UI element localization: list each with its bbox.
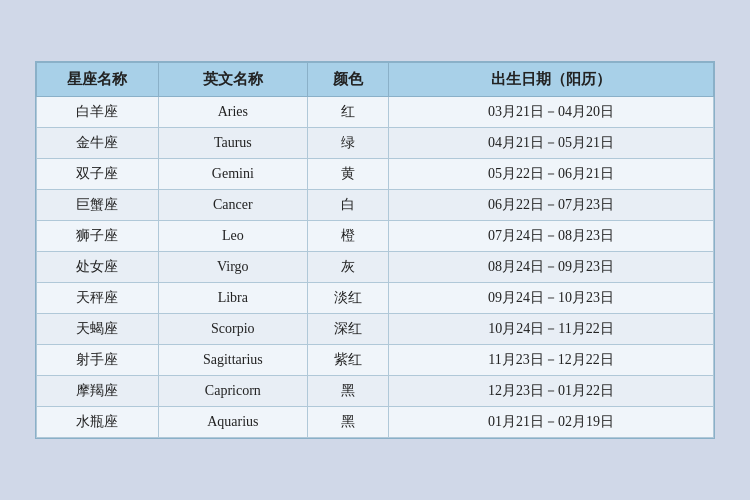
cell-color: 黄	[307, 159, 388, 190]
cell-date: 08月24日－09月23日	[389, 252, 714, 283]
cell-date: 05月22日－06月21日	[389, 159, 714, 190]
cell-chinese: 天蝎座	[37, 314, 159, 345]
table-row: 摩羯座Capricorn黑12月23日－01月22日	[37, 376, 714, 407]
table-row: 双子座Gemini黄05月22日－06月21日	[37, 159, 714, 190]
zodiac-table: 星座名称 英文名称 颜色 出生日期（阳历） 白羊座Aries红03月21日－04…	[36, 62, 714, 438]
cell-date: 07月24日－08月23日	[389, 221, 714, 252]
cell-chinese: 金牛座	[37, 128, 159, 159]
cell-chinese: 摩羯座	[37, 376, 159, 407]
table-row: 狮子座Leo橙07月24日－08月23日	[37, 221, 714, 252]
header-date: 出生日期（阳历）	[389, 63, 714, 97]
cell-date: 03月21日－04月20日	[389, 97, 714, 128]
header-english: 英文名称	[158, 63, 307, 97]
cell-color: 淡红	[307, 283, 388, 314]
table-row: 天蝎座Scorpio深红10月24日－11月22日	[37, 314, 714, 345]
header-color: 颜色	[307, 63, 388, 97]
table-row: 水瓶座Aquarius黑01月21日－02月19日	[37, 407, 714, 438]
cell-color: 黑	[307, 407, 388, 438]
cell-color: 绿	[307, 128, 388, 159]
cell-date: 04月21日－05月21日	[389, 128, 714, 159]
cell-chinese: 水瓶座	[37, 407, 159, 438]
table-row: 射手座Sagittarius紫红11月23日－12月22日	[37, 345, 714, 376]
cell-color: 白	[307, 190, 388, 221]
zodiac-table-container: 星座名称 英文名称 颜色 出生日期（阳历） 白羊座Aries红03月21日－04…	[35, 61, 715, 439]
cell-date: 01月21日－02月19日	[389, 407, 714, 438]
header-chinese: 星座名称	[37, 63, 159, 97]
cell-chinese: 双子座	[37, 159, 159, 190]
cell-english: Libra	[158, 283, 307, 314]
cell-english: Capricorn	[158, 376, 307, 407]
cell-chinese: 处女座	[37, 252, 159, 283]
cell-date: 12月23日－01月22日	[389, 376, 714, 407]
cell-chinese: 白羊座	[37, 97, 159, 128]
cell-english: Gemini	[158, 159, 307, 190]
cell-english: Virgo	[158, 252, 307, 283]
cell-date: 11月23日－12月22日	[389, 345, 714, 376]
cell-english: Aquarius	[158, 407, 307, 438]
cell-chinese: 射手座	[37, 345, 159, 376]
table-header-row: 星座名称 英文名称 颜色 出生日期（阳历）	[37, 63, 714, 97]
table-row: 巨蟹座Cancer白06月22日－07月23日	[37, 190, 714, 221]
table-row: 处女座Virgo灰08月24日－09月23日	[37, 252, 714, 283]
cell-color: 深红	[307, 314, 388, 345]
table-row: 天秤座Libra淡红09月24日－10月23日	[37, 283, 714, 314]
table-row: 白羊座Aries红03月21日－04月20日	[37, 97, 714, 128]
cell-color: 红	[307, 97, 388, 128]
cell-english: Sagittarius	[158, 345, 307, 376]
cell-date: 09月24日－10月23日	[389, 283, 714, 314]
cell-date: 10月24日－11月22日	[389, 314, 714, 345]
cell-english: Aries	[158, 97, 307, 128]
cell-color: 橙	[307, 221, 388, 252]
cell-chinese: 巨蟹座	[37, 190, 159, 221]
cell-english: Taurus	[158, 128, 307, 159]
cell-chinese: 狮子座	[37, 221, 159, 252]
table-row: 金牛座Taurus绿04月21日－05月21日	[37, 128, 714, 159]
cell-date: 06月22日－07月23日	[389, 190, 714, 221]
cell-english: Cancer	[158, 190, 307, 221]
cell-english: Scorpio	[158, 314, 307, 345]
cell-color: 紫红	[307, 345, 388, 376]
cell-color: 灰	[307, 252, 388, 283]
cell-chinese: 天秤座	[37, 283, 159, 314]
cell-english: Leo	[158, 221, 307, 252]
cell-color: 黑	[307, 376, 388, 407]
